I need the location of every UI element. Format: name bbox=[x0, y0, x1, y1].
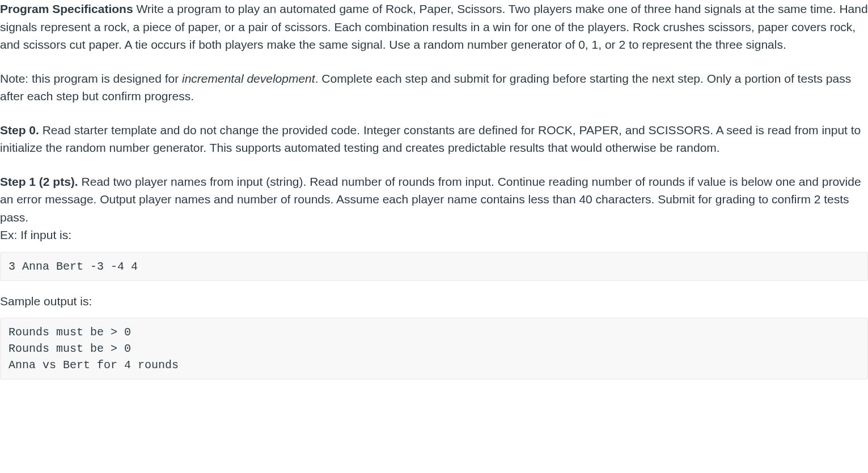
step-1-paragraph: Step 1 (2 pts). Read two player names fr… bbox=[0, 173, 868, 244]
sample-output-code: Rounds must be > 0 Rounds must be > 0 An… bbox=[0, 318, 868, 380]
step-0-paragraph: Step 0. Read starter template and do not… bbox=[0, 121, 868, 157]
step-1-label: Step 1 (2 pts). bbox=[0, 175, 78, 188]
note-italic: incremental development bbox=[182, 72, 315, 85]
step-0-label: Step 0. bbox=[0, 123, 39, 137]
step-1-text: Read two player names from input (string… bbox=[0, 175, 861, 224]
example-input-code: 3 Anna Bert -3 -4 4 bbox=[0, 252, 868, 281]
program-specifications-heading: Program Specifications bbox=[0, 2, 133, 15]
note-paragraph: Note: this program is designed for incre… bbox=[0, 70, 868, 105]
note-prefix: Note: this program is designed for bbox=[0, 72, 182, 85]
sample-output-label: Sample output is: bbox=[0, 292, 868, 310]
program-specifications-paragraph: Program Specifications Write a program t… bbox=[0, 0, 868, 54]
example-input-label: Ex: If input is: bbox=[0, 228, 71, 241]
step-0-text: Read starter template and do not change … bbox=[0, 123, 861, 155]
document-content: Program Specifications Write a program t… bbox=[0, 0, 868, 380]
